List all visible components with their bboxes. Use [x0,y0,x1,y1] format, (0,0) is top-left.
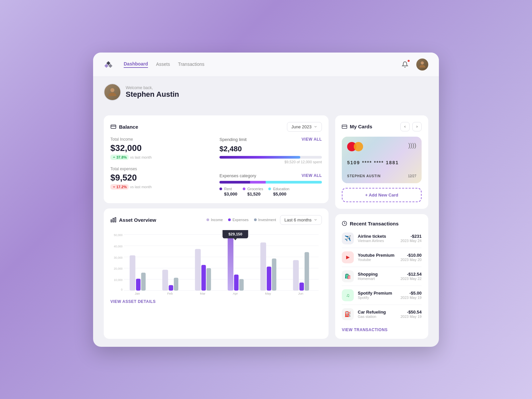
card-top: )))) [347,142,416,151]
transaction-item-spotify[interactable]: ♫ Spotify Premium Spotify -$5.00 2023 Ma… [342,286,422,305]
youtube-info: Youtube Premium Youtube [358,253,396,262]
svg-text:Jun: Jun [298,292,304,295]
expenses-value: $9,520 [110,173,213,183]
spending-amount: $2,480 [219,145,322,153]
header-left: Dashboard Assets Transactions [104,60,204,69]
nav-transactions[interactable]: Transactions [178,62,204,67]
svg-rect-20 [136,279,140,291]
svg-rect-6 [115,217,116,222]
asset-title: Asset Overview [110,217,156,223]
expenses-label: Total expenses [110,167,213,171]
card-number: 5109 **** **** 1881 [347,160,416,165]
period-selector[interactable]: Last 6 months [280,215,322,225]
notification-button[interactable] [399,59,411,70]
expenses-view-all[interactable]: VIEW ALL [302,173,322,178]
user-avatar[interactable] [416,59,428,70]
next-card-button[interactable] [412,122,422,131]
svg-rect-37 [267,266,271,290]
header-right [399,59,428,70]
chevron-down-icon [314,125,318,129]
add-card-button[interactable]: + Add New Card [342,188,422,202]
youtube-icon: ▶ [342,251,354,263]
recent-transactions-section: Recent Transactions ✈️ Airline tickets V… [335,214,428,339]
bar-chart: 50,000 40,000 30,000 20,000 10,000 0 [110,230,322,297]
chart-icon [110,217,116,223]
groceries-dot [243,188,245,190]
balance-title: Balance [110,124,138,130]
nav-assets[interactable]: Assets [156,62,170,67]
svg-rect-48 [342,125,347,128]
income-change: 37.8% vs last month [110,155,213,160]
svg-text:Apr: Apr [233,292,238,295]
card-bottom: STEPHEN AUSTIN 12/27 [347,174,416,178]
chevron-right-icon [415,125,419,128]
shopping-info: Shopping Homemart [358,272,396,281]
svg-rect-30 [239,279,243,291]
airline-amount-col: -$231 2023 May 24 [400,234,422,243]
svg-text:50,000: 50,000 [114,233,123,237]
balance-left: Total Income $32,000 37.8% vs last month [110,137,213,197]
my-cards-section: My Cards [335,115,428,209]
svg-text:10,000: 10,000 [114,278,123,282]
svg-rect-2 [111,125,116,129]
date-selector[interactable]: June 2023 [287,122,322,132]
svg-text:Income: Income [231,230,240,230]
view-asset-details[interactable]: VIEW ASSET DETAILS [110,297,322,304]
svg-rect-29 [234,274,238,290]
asset-header: Asset Overview Income Expenses [110,215,322,225]
expenses-legend-entry: Expenses [228,218,248,222]
chart-legend: Income Expenses Investment [206,218,276,222]
expenses-change: 17.2% vs last month [110,184,213,190]
spending-section: Spending limit VIEW ALL $2,480 $9,520 of… [219,137,322,164]
svg-rect-4 [111,220,112,222]
svg-text:Mar: Mar [200,292,205,295]
investment-legend-entry: Investment [254,218,276,222]
view-transactions-button[interactable]: VIEW TRANSACTIONS [342,328,422,332]
airline-info: Airline tickets Vietnam Airlines [358,234,396,243]
svg-rect-21 [141,272,146,290]
spending-label: Spending limit [219,137,247,142]
svg-rect-26 [201,265,206,290]
arrow-up-icon [112,156,116,159]
my-cards-title: My Cards [342,124,372,129]
svg-text:May: May [265,292,271,295]
nav-dashboard[interactable]: Dashboard [124,61,148,68]
gas-icon: ⛽ [342,308,354,320]
transaction-item-airline[interactable]: ✈️ Airline tickets Vietnam Airlines -$23… [342,229,422,248]
svg-point-0 [421,61,424,64]
svg-point-1 [110,88,114,92]
groceries-legend: Groceries $1,520 [243,187,263,197]
transaction-item-youtube[interactable]: ▶ Youtube Premium Youtube -$10.00 2023 M… [342,248,422,267]
rent-bar-segment [219,181,250,184]
user-avatar-large [104,83,121,101]
car-amount-col: -$50.54 2023 May 19 [400,310,422,319]
cards-header: My Cards [342,122,422,131]
income-label: Total Income [110,137,213,142]
expenses-cat-label: Expenses category [219,173,256,178]
spotify-info: Spotify Premium Spotify [358,291,396,300]
svg-marker-35 [234,238,237,240]
chevron-left-icon [403,125,407,128]
transaction-item-car[interactable]: ⛽ Car Refueling Gas station -$50.54 2023… [342,305,422,324]
spending-progress-bar [219,156,322,159]
app-container: Dashboard Assets Transactions [93,53,439,347]
spending-view-all[interactable]: VIEW ALL [302,137,322,142]
education-legend: Education $5,000 [268,187,289,197]
rent-dot [219,188,222,190]
balance-card: Balance June 2023 Total Income $3 [104,115,329,203]
svg-rect-41 [305,252,309,291]
transaction-item-shopping[interactable]: 🛍️ Shopping Homemart -$12.54 2023 May 22 [342,267,422,286]
notification-badge [407,59,410,63]
svg-text:Jan: Jan [135,292,140,295]
svg-rect-38 [272,258,276,290]
expenses-change-badge: 17.2% [110,184,129,190]
svg-rect-39 [293,260,299,291]
greeting-section: Welcome back, Stephen Austin [93,77,439,101]
left-column: Balance June 2023 Total Income $3 [104,115,329,339]
prev-card-button[interactable] [400,122,410,131]
transactions-title: Recent Transactions [342,221,399,226]
education-bar-segment [266,181,322,184]
svg-text:0: 0 [121,288,123,291]
mc-right-circle [354,142,363,151]
logo [104,60,113,69]
